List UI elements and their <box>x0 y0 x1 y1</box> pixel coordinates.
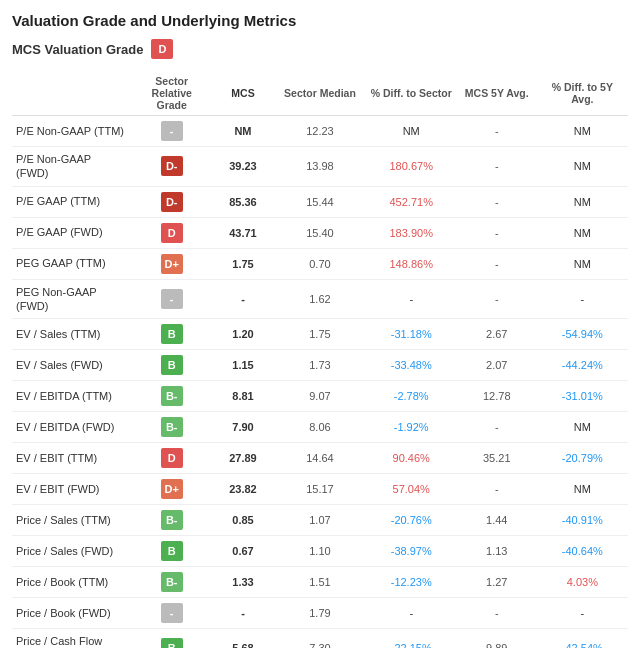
mcs-5y-value: - <box>457 248 537 279</box>
sector-median-value: 1.75 <box>274 319 365 350</box>
table-row: EV / Sales (TTM)B1.201.75-31.18%2.67-54.… <box>12 319 628 350</box>
mcs-5y-value: - <box>457 279 537 319</box>
diff-5y-value: -40.91% <box>537 505 628 536</box>
sector-grade-badge: D+ <box>161 479 183 499</box>
diff-sector-value: 452.71% <box>366 186 457 217</box>
sector-grade-badge: - <box>161 121 183 141</box>
mcs-grade-label: MCS Valuation Grade <box>12 42 143 57</box>
sector-median-value: 7.30 <box>274 629 365 648</box>
table-row: Price / Book (TTM)B-1.331.51-12.23%1.274… <box>12 567 628 598</box>
col-mcs-5y: MCS 5Y Avg. <box>457 71 537 116</box>
metric-name: Price / Book (TTM) <box>12 567 132 598</box>
mcs-5y-value: - <box>457 217 537 248</box>
col-diff-sector: % Diff. to Sector <box>366 71 457 116</box>
metric-name: EV / Sales (FWD) <box>12 350 132 381</box>
diff-sector-value: 148.86% <box>366 248 457 279</box>
diff-5y-value: NM <box>537 147 628 187</box>
metric-name: P/E GAAP (FWD) <box>12 217 132 248</box>
metric-name: P/E Non-GAAP (TTM) <box>12 116 132 147</box>
mcs-value: 1.33 <box>212 567 275 598</box>
mcs-5y-value: - <box>457 147 537 187</box>
diff-5y-value: - <box>537 598 628 629</box>
diff-5y-value: - <box>537 279 628 319</box>
metric-name: EV / EBITDA (TTM) <box>12 381 132 412</box>
table-row: P/E GAAP (FWD)D43.7115.40183.90%-NM <box>12 217 628 248</box>
table-body: P/E Non-GAAP (TTM)-NM12.23NM-NMP/E Non-G… <box>12 116 628 649</box>
table-row: P/E Non-GAAP (FWD)D-39.2313.98180.67%-NM <box>12 147 628 187</box>
mcs-grade-row: MCS Valuation Grade D <box>12 39 628 59</box>
diff-sector-value: -38.97% <box>366 536 457 567</box>
mcs-5y-value: 9.89 <box>457 629 537 648</box>
diff-sector-value: 183.90% <box>366 217 457 248</box>
metric-name: Price / Book (FWD) <box>12 598 132 629</box>
mcs-5y-value: 2.07 <box>457 350 537 381</box>
diff-sector-value: -2.78% <box>366 381 457 412</box>
diff-sector-value: -12.23% <box>366 567 457 598</box>
diff-5y-value: 4.03% <box>537 567 628 598</box>
mcs-value: 1.15 <box>212 350 275 381</box>
sector-grade-badge: B- <box>161 572 183 592</box>
table-row: PEG Non-GAAP (FWD)--1.62--- <box>12 279 628 319</box>
metric-name: PEG Non-GAAP (FWD) <box>12 279 132 319</box>
grade-cell: B- <box>132 412 212 443</box>
grade-cell: D <box>132 443 212 474</box>
mcs-value: - <box>212 279 275 319</box>
grade-cell: - <box>132 279 212 319</box>
grade-cell: D- <box>132 147 212 187</box>
grade-cell: D+ <box>132 248 212 279</box>
col-metric <box>12 71 132 116</box>
mcs-value: 85.36 <box>212 186 275 217</box>
mcs-5y-value: 1.27 <box>457 567 537 598</box>
diff-sector-value: - <box>366 279 457 319</box>
sector-median-value: 13.98 <box>274 147 365 187</box>
mcs-5y-value: 1.13 <box>457 536 537 567</box>
grade-cell: B- <box>132 505 212 536</box>
grade-cell: D+ <box>132 474 212 505</box>
sector-median-value: 1.51 <box>274 567 365 598</box>
sector-grade-badge: D- <box>161 192 183 212</box>
diff-5y-value: NM <box>537 116 628 147</box>
mcs-value: 5.68 <box>212 629 275 648</box>
sector-grade-badge: B <box>161 324 183 344</box>
table-header: Sector Relative Grade MCS Sector Median … <box>12 71 628 116</box>
table-row: EV / EBITDA (TTM)B-8.819.07-2.78%12.78-3… <box>12 381 628 412</box>
table-row: P/E Non-GAAP (TTM)-NM12.23NM-NM <box>12 116 628 147</box>
table-row: Price / Book (FWD)--1.79--- <box>12 598 628 629</box>
sector-median-value: 1.73 <box>274 350 365 381</box>
sector-median-value: 1.62 <box>274 279 365 319</box>
metric-name: EV / EBIT (TTM) <box>12 443 132 474</box>
sector-grade-badge: - <box>161 289 183 309</box>
mcs-5y-value: 2.67 <box>457 319 537 350</box>
sector-grade-badge: B <box>161 541 183 561</box>
diff-sector-value: -22.15% <box>366 629 457 648</box>
table-row: EV / EBITDA (FWD)B-7.908.06-1.92%-NM <box>12 412 628 443</box>
mcs-5y-value: - <box>457 412 537 443</box>
diff-sector-value: -31.18% <box>366 319 457 350</box>
mcs-value: NM <box>212 116 275 147</box>
diff-5y-value: NM <box>537 412 628 443</box>
sector-median-value: 1.10 <box>274 536 365 567</box>
table-row: EV / Sales (FWD)B1.151.73-33.48%2.07-44.… <box>12 350 628 381</box>
mcs-value: 0.67 <box>212 536 275 567</box>
sector-grade-badge: - <box>161 603 183 623</box>
metric-name: Price / Cash Flow (TTM) <box>12 629 132 648</box>
sector-median-value: 15.40 <box>274 217 365 248</box>
table-row: EV / EBIT (TTM)D27.8914.6490.46%35.21-20… <box>12 443 628 474</box>
diff-5y-value: NM <box>537 248 628 279</box>
diff-5y-value: -42.54% <box>537 629 628 648</box>
diff-sector-value: 180.67% <box>366 147 457 187</box>
mcs-value: 1.75 <box>212 248 275 279</box>
diff-sector-value: -20.76% <box>366 505 457 536</box>
diff-5y-value: -44.24% <box>537 350 628 381</box>
grade-cell: - <box>132 598 212 629</box>
diff-5y-value: -40.64% <box>537 536 628 567</box>
sector-median-value: 12.23 <box>274 116 365 147</box>
mcs-value: 0.85 <box>212 505 275 536</box>
sector-grade-badge: D <box>161 448 183 468</box>
sector-median-value: 1.79 <box>274 598 365 629</box>
valuation-table: Sector Relative Grade MCS Sector Median … <box>12 71 628 648</box>
diff-sector-value: - <box>366 598 457 629</box>
grade-cell: B- <box>132 381 212 412</box>
mcs-value: 23.82 <box>212 474 275 505</box>
diff-sector-value: NM <box>366 116 457 147</box>
